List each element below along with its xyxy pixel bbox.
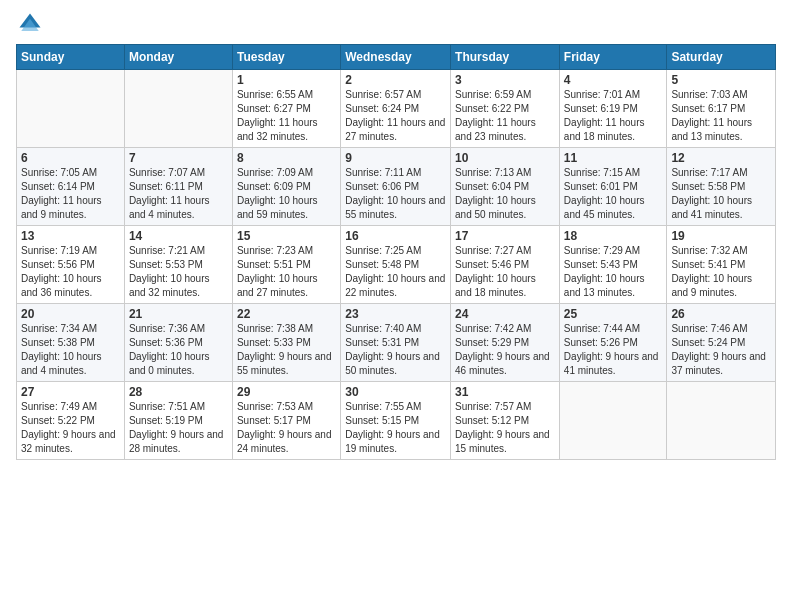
day-number: 9 — [345, 151, 446, 165]
day-detail: Sunrise: 7:32 AMSunset: 5:41 PMDaylight:… — [671, 244, 771, 300]
day-detail: Sunrise: 7:44 AMSunset: 5:26 PMDaylight:… — [564, 322, 663, 378]
calendar-cell — [559, 382, 667, 460]
day-number: 25 — [564, 307, 663, 321]
calendar-cell: 16Sunrise: 7:25 AMSunset: 5:48 PMDayligh… — [341, 226, 451, 304]
day-detail: Sunrise: 6:55 AMSunset: 6:27 PMDaylight:… — [237, 88, 336, 144]
day-number: 8 — [237, 151, 336, 165]
calendar-cell: 19Sunrise: 7:32 AMSunset: 5:41 PMDayligh… — [667, 226, 776, 304]
day-detail: Sunrise: 7:25 AMSunset: 5:48 PMDaylight:… — [345, 244, 446, 300]
calendar-cell: 18Sunrise: 7:29 AMSunset: 5:43 PMDayligh… — [559, 226, 667, 304]
calendar-cell: 13Sunrise: 7:19 AMSunset: 5:56 PMDayligh… — [17, 226, 125, 304]
calendar-cell: 27Sunrise: 7:49 AMSunset: 5:22 PMDayligh… — [17, 382, 125, 460]
calendar-cell: 8Sunrise: 7:09 AMSunset: 6:09 PMDaylight… — [232, 148, 340, 226]
day-number: 5 — [671, 73, 771, 87]
day-detail: Sunrise: 7:17 AMSunset: 5:58 PMDaylight:… — [671, 166, 771, 222]
calendar-cell: 3Sunrise: 6:59 AMSunset: 6:22 PMDaylight… — [451, 70, 560, 148]
day-detail: Sunrise: 7:07 AMSunset: 6:11 PMDaylight:… — [129, 166, 228, 222]
calendar-week-row: 13Sunrise: 7:19 AMSunset: 5:56 PMDayligh… — [17, 226, 776, 304]
day-detail: Sunrise: 7:55 AMSunset: 5:15 PMDaylight:… — [345, 400, 446, 456]
calendar-cell: 26Sunrise: 7:46 AMSunset: 5:24 PMDayligh… — [667, 304, 776, 382]
calendar-cell: 31Sunrise: 7:57 AMSunset: 5:12 PMDayligh… — [451, 382, 560, 460]
header — [16, 10, 776, 38]
calendar-cell: 22Sunrise: 7:38 AMSunset: 5:33 PMDayligh… — [232, 304, 340, 382]
calendar-cell: 28Sunrise: 7:51 AMSunset: 5:19 PMDayligh… — [124, 382, 232, 460]
day-detail: Sunrise: 7:40 AMSunset: 5:31 PMDaylight:… — [345, 322, 446, 378]
day-number: 19 — [671, 229, 771, 243]
logo — [16, 10, 48, 38]
day-detail: Sunrise: 7:57 AMSunset: 5:12 PMDaylight:… — [455, 400, 555, 456]
day-number: 24 — [455, 307, 555, 321]
day-number: 22 — [237, 307, 336, 321]
day-detail: Sunrise: 7:19 AMSunset: 5:56 PMDaylight:… — [21, 244, 120, 300]
day-number: 10 — [455, 151, 555, 165]
weekday-header: Wednesday — [341, 45, 451, 70]
calendar-cell: 17Sunrise: 7:27 AMSunset: 5:46 PMDayligh… — [451, 226, 560, 304]
day-number: 23 — [345, 307, 446, 321]
day-number: 21 — [129, 307, 228, 321]
day-detail: Sunrise: 7:23 AMSunset: 5:51 PMDaylight:… — [237, 244, 336, 300]
day-number: 18 — [564, 229, 663, 243]
calendar-cell: 20Sunrise: 7:34 AMSunset: 5:38 PMDayligh… — [17, 304, 125, 382]
day-detail: Sunrise: 7:27 AMSunset: 5:46 PMDaylight:… — [455, 244, 555, 300]
day-number: 2 — [345, 73, 446, 87]
weekday-header: Sunday — [17, 45, 125, 70]
day-detail: Sunrise: 7:36 AMSunset: 5:36 PMDaylight:… — [129, 322, 228, 378]
day-detail: Sunrise: 7:29 AMSunset: 5:43 PMDaylight:… — [564, 244, 663, 300]
day-number: 20 — [21, 307, 120, 321]
calendar-week-row: 27Sunrise: 7:49 AMSunset: 5:22 PMDayligh… — [17, 382, 776, 460]
day-number: 12 — [671, 151, 771, 165]
calendar-week-row: 1Sunrise: 6:55 AMSunset: 6:27 PMDaylight… — [17, 70, 776, 148]
page: SundayMondayTuesdayWednesdayThursdayFrid… — [0, 0, 792, 612]
day-number: 4 — [564, 73, 663, 87]
day-detail: Sunrise: 7:03 AMSunset: 6:17 PMDaylight:… — [671, 88, 771, 144]
day-detail: Sunrise: 6:59 AMSunset: 6:22 PMDaylight:… — [455, 88, 555, 144]
day-number: 3 — [455, 73, 555, 87]
calendar-cell: 15Sunrise: 7:23 AMSunset: 5:51 PMDayligh… — [232, 226, 340, 304]
calendar-cell — [17, 70, 125, 148]
calendar-cell: 23Sunrise: 7:40 AMSunset: 5:31 PMDayligh… — [341, 304, 451, 382]
weekday-header: Thursday — [451, 45, 560, 70]
calendar-week-row: 6Sunrise: 7:05 AMSunset: 6:14 PMDaylight… — [17, 148, 776, 226]
day-number: 7 — [129, 151, 228, 165]
day-detail: Sunrise: 7:42 AMSunset: 5:29 PMDaylight:… — [455, 322, 555, 378]
calendar-cell: 4Sunrise: 7:01 AMSunset: 6:19 PMDaylight… — [559, 70, 667, 148]
day-detail: Sunrise: 7:13 AMSunset: 6:04 PMDaylight:… — [455, 166, 555, 222]
weekday-header: Monday — [124, 45, 232, 70]
day-detail: Sunrise: 7:21 AMSunset: 5:53 PMDaylight:… — [129, 244, 228, 300]
calendar-cell: 2Sunrise: 6:57 AMSunset: 6:24 PMDaylight… — [341, 70, 451, 148]
calendar-cell: 1Sunrise: 6:55 AMSunset: 6:27 PMDaylight… — [232, 70, 340, 148]
day-detail: Sunrise: 7:01 AMSunset: 6:19 PMDaylight:… — [564, 88, 663, 144]
day-number: 31 — [455, 385, 555, 399]
calendar-cell: 29Sunrise: 7:53 AMSunset: 5:17 PMDayligh… — [232, 382, 340, 460]
calendar-cell — [124, 70, 232, 148]
logo-icon — [16, 10, 44, 38]
day-detail: Sunrise: 7:34 AMSunset: 5:38 PMDaylight:… — [21, 322, 120, 378]
day-number: 14 — [129, 229, 228, 243]
calendar-week-row: 20Sunrise: 7:34 AMSunset: 5:38 PMDayligh… — [17, 304, 776, 382]
day-detail: Sunrise: 7:09 AMSunset: 6:09 PMDaylight:… — [237, 166, 336, 222]
calendar-cell: 30Sunrise: 7:55 AMSunset: 5:15 PMDayligh… — [341, 382, 451, 460]
calendar-cell: 12Sunrise: 7:17 AMSunset: 5:58 PMDayligh… — [667, 148, 776, 226]
calendar-cell: 14Sunrise: 7:21 AMSunset: 5:53 PMDayligh… — [124, 226, 232, 304]
day-detail: Sunrise: 7:46 AMSunset: 5:24 PMDaylight:… — [671, 322, 771, 378]
calendar-cell: 5Sunrise: 7:03 AMSunset: 6:17 PMDaylight… — [667, 70, 776, 148]
weekday-header: Saturday — [667, 45, 776, 70]
day-number: 6 — [21, 151, 120, 165]
day-detail: Sunrise: 7:49 AMSunset: 5:22 PMDaylight:… — [21, 400, 120, 456]
calendar-cell: 6Sunrise: 7:05 AMSunset: 6:14 PMDaylight… — [17, 148, 125, 226]
day-number: 29 — [237, 385, 336, 399]
day-number: 13 — [21, 229, 120, 243]
day-number: 16 — [345, 229, 446, 243]
day-number: 15 — [237, 229, 336, 243]
day-number: 27 — [21, 385, 120, 399]
day-number: 28 — [129, 385, 228, 399]
day-number: 30 — [345, 385, 446, 399]
day-number: 11 — [564, 151, 663, 165]
weekday-header-row: SundayMondayTuesdayWednesdayThursdayFrid… — [17, 45, 776, 70]
calendar-cell: 9Sunrise: 7:11 AMSunset: 6:06 PMDaylight… — [341, 148, 451, 226]
day-detail: Sunrise: 7:05 AMSunset: 6:14 PMDaylight:… — [21, 166, 120, 222]
day-number: 1 — [237, 73, 336, 87]
day-detail: Sunrise: 7:11 AMSunset: 6:06 PMDaylight:… — [345, 166, 446, 222]
weekday-header: Tuesday — [232, 45, 340, 70]
day-number: 26 — [671, 307, 771, 321]
